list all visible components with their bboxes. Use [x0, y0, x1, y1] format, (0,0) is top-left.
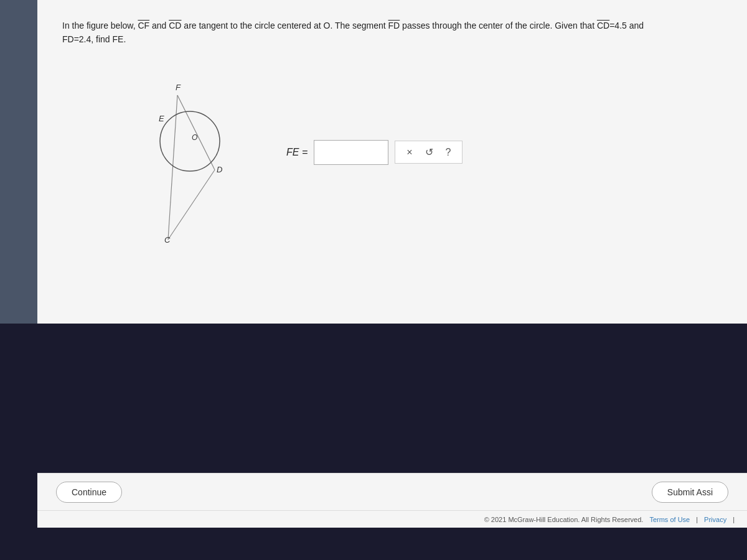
diagram-container: F E O D C: [62, 59, 261, 246]
svg-line-2: [168, 170, 215, 240]
submit-button[interactable]: Submit Assi: [652, 482, 728, 503]
separator: |: [696, 516, 698, 523]
terms-link[interactable]: Terms of Use: [649, 516, 690, 523]
copyright-text: © 2021 McGraw-Hill Education. All Rights…: [484, 516, 644, 523]
action-buttons: × ↺ ?: [395, 141, 463, 164]
clear-button[interactable]: ×: [403, 146, 416, 159]
question-text: In the figure below, CF and CD are tange…: [62, 19, 722, 47]
cd-overline2: CD: [597, 21, 609, 30]
continue-button[interactable]: Continue: [56, 482, 122, 503]
geometry-diagram: F E O D C: [62, 59, 261, 246]
input-area: FE = × ↺ ?: [286, 140, 463, 165]
fe-input[interactable]: [314, 140, 388, 165]
diagram-and-input: F E O D C FE = × ↺ ?: [62, 59, 722, 246]
fe-label: FE =: [286, 147, 308, 158]
undo-button[interactable]: ↺: [421, 145, 437, 159]
separator2: |: [733, 516, 735, 523]
bottom-bar: Continue Submit Assi: [37, 473, 747, 510]
label-E: E: [159, 114, 164, 123]
cf-overline: CF: [138, 21, 149, 30]
privacy-link[interactable]: Privacy: [704, 516, 726, 523]
question-line2: FD=2.4, find FE.: [62, 34, 126, 44]
label-D: D: [217, 165, 222, 174]
main-content: In the figure below, CF and CD are tange…: [37, 0, 747, 324]
cd-overline: CD: [169, 21, 181, 30]
svg-line-1: [177, 95, 215, 170]
label-C: C: [164, 235, 171, 245]
question-line1: In the figure below, CF and CD are tange…: [62, 21, 644, 30]
label-O: O: [192, 133, 197, 142]
left-sidebar: [0, 0, 37, 324]
label-F: F: [176, 83, 181, 92]
fd-overline: FD: [388, 21, 400, 30]
footer-bar: © 2021 McGraw-Hill Education. All Rights…: [37, 510, 747, 528]
question-area: In the figure below, CF and CD are tange…: [37, 0, 747, 258]
help-button[interactable]: ?: [442, 146, 455, 159]
